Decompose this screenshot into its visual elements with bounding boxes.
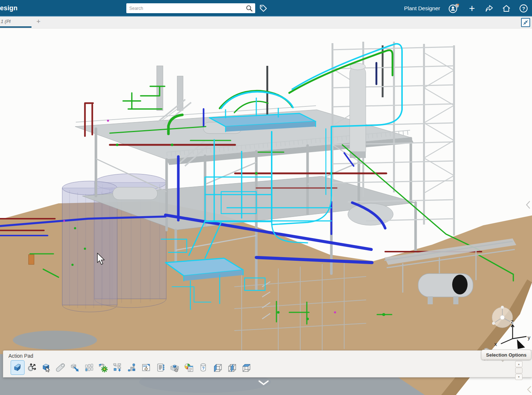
search-box [126,3,255,13]
tool-document-list-button[interactable] [153,360,167,375]
tool-clip-plane-left-button[interactable] [211,360,224,375]
fitting-move-icon [27,362,37,373]
clip-plane-left-icon [212,362,223,373]
pipe-settings-icon [98,362,108,373]
right-panel-toggle-icon[interactable] [527,201,530,208]
share-icon [484,4,494,13]
document-tab-bar: 1 (Pl + [0,16,532,29]
tool-clip-plane-top-button[interactable] [239,360,253,375]
clip-plane-top-icon [241,362,251,373]
plant-designer-app: esign Plant Designer [0,0,532,395]
user-role-label: Plant Designer [404,5,440,11]
header-actions: Plant Designer + [404,0,528,16]
action-pad-collapse-chevron[interactable] [258,380,269,386]
triad-pointer [517,339,525,349]
assembly-view-icon [170,362,180,373]
solid-part-icon [12,362,23,373]
action-pad-panel: Action Pad [3,350,532,377]
sheet-window-icon [141,362,151,373]
axis-label-x: x [494,341,497,347]
app-header: esign Plant Designer [0,0,532,16]
selection-options-pointer [501,360,505,362]
query-database-icon: ? [198,362,208,373]
tool-assembly-view-button[interactable] [168,360,182,375]
document-list-icon [155,362,165,373]
tool-pipe-route-button[interactable] [125,360,139,375]
action-pad-scrollbar: ▲ ▼ [515,361,523,380]
app-title-fragment: esign [0,4,18,12]
selection-options-label: Selection Options [486,352,527,358]
action-pad-toolbar: ? [11,360,253,375]
insert-part-icon [70,362,80,373]
collapse-arrows-icon [522,19,529,26]
axis-label-z: z [511,318,514,324]
user-avatar-button[interactable] [448,4,460,13]
selection-options-button[interactable]: Selection Options [481,350,531,360]
tool-sheet-window-button[interactable] [139,360,153,375]
share-button[interactable] [484,4,494,13]
report-chart-icon [184,362,194,373]
help-icon: ? [519,4,528,13]
scroll-down-button[interactable]: ▼ [515,374,522,380]
active-tab-indicator [0,26,31,28]
add-button[interactable]: + [467,4,477,13]
action-pad-title: Action Pad [3,351,532,360]
plus-icon: + [469,4,475,13]
clip-plane-center-icon [227,362,237,373]
scroll-up-button[interactable]: ▲ [515,361,522,367]
pipe-segment-icon [55,362,66,373]
help-button[interactable]: ? [519,4,528,13]
svg-text:?: ? [522,6,525,11]
home-button[interactable] [502,4,511,13]
3d-viewport: z x y Action Pad [0,29,532,395]
3d-model-canvas[interactable]: z x y [0,29,532,395]
tool-select-part-button[interactable] [39,360,53,375]
tool-component-grid-button[interactable] [82,360,96,375]
search-input[interactable] [126,6,245,11]
svg-text:?: ? [202,366,204,371]
tool-insert-part-button[interactable] [68,360,82,375]
tool-pipe-settings-button[interactable] [96,360,110,375]
tool-clip-plane-center-button[interactable] [225,360,239,375]
select-part-icon [41,362,51,373]
pipe-route-icon [127,362,137,373]
scrollbar-thumb[interactable] [515,368,522,373]
tool-pipe-segment-button[interactable] [53,360,67,375]
tool-query-database-button[interactable]: ? [196,360,210,375]
tool-report-chart-button[interactable] [182,360,196,375]
bottom-right-chevron-icon[interactable] [528,386,531,393]
axis-label-y: y [528,334,531,341]
tag-icon[interactable] [258,3,268,13]
tool-solid-part-button[interactable] [11,360,25,375]
component-grid-icon [84,362,94,373]
tool-diagram-transfer-button[interactable] [111,360,124,375]
diagram-transfer-icon [112,362,123,373]
user-avatar-icon [448,3,460,14]
active-document-tab[interactable]: 1 (Pl [0,16,13,27]
collapse-view-button[interactable] [521,18,530,27]
home-icon [502,4,511,13]
new-tab-button[interactable]: + [34,18,42,26]
search-icon[interactable] [245,4,253,12]
tool-fitting-move-button[interactable] [25,360,39,375]
